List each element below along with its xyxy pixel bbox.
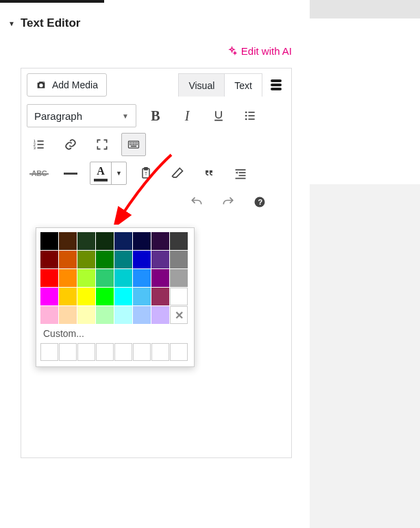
recent-colors-row (40, 343, 190, 361)
color-swatch[interactable] (170, 288, 188, 305)
ol-icon: 123 (32, 138, 46, 151)
color-swatch[interactable] (151, 269, 169, 287)
section-title: Text Editor (21, 16, 81, 30)
color-swatch[interactable] (114, 306, 132, 324)
color-swatch[interactable] (40, 251, 58, 268)
recent-color-slot[interactable] (114, 343, 132, 361)
color-swatch[interactable] (59, 306, 77, 324)
ai-link-label: Edit with AI (241, 45, 292, 57)
color-swatch[interactable] (59, 269, 77, 287)
custom-color-button[interactable]: Custom... (40, 324, 190, 343)
link-button[interactable] (58, 133, 83, 156)
bold-button[interactable]: B (143, 104, 168, 127)
tab-visual[interactable]: Visual (178, 73, 224, 97)
svg-rect-22 (135, 144, 136, 145)
paste-text-button[interactable]: T (134, 162, 158, 185)
svg-text:T: T (145, 171, 147, 176)
numbered-list-button[interactable]: 123 (27, 133, 51, 156)
recent-color-slot[interactable] (133, 343, 151, 361)
underline-button[interactable] (206, 104, 231, 127)
color-swatch[interactable] (114, 269, 132, 287)
recent-color-slot[interactable] (151, 343, 169, 361)
recent-color-slot[interactable] (77, 343, 95, 361)
color-swatch[interactable] (151, 251, 169, 268)
color-swatch[interactable] (59, 232, 77, 250)
color-swatch[interactable] (114, 251, 132, 268)
recent-color-slot[interactable] (59, 343, 77, 361)
color-swatch[interactable] (133, 288, 151, 305)
svg-point-2 (245, 115, 247, 117)
color-swatch[interactable] (40, 288, 58, 305)
color-swatch[interactable] (170, 251, 188, 268)
color-swatch[interactable] (77, 269, 95, 287)
svg-point-3 (245, 118, 247, 121)
database-icon-button[interactable] (267, 79, 286, 90)
color-swatch[interactable] (40, 269, 58, 287)
color-swatch[interactable] (77, 288, 95, 305)
fullscreen-button[interactable] (90, 133, 114, 156)
color-swatch[interactable] (77, 251, 95, 268)
color-swatch[interactable] (77, 306, 95, 324)
italic-button[interactable]: I (175, 104, 199, 127)
bulleted-list-button[interactable] (238, 104, 262, 127)
section-header[interactable]: ▼ Text Editor (0, 3, 310, 38)
toolbar-toggle-button[interactable] (121, 133, 146, 156)
help-button[interactable]: ? (247, 190, 272, 214)
color-swatch[interactable] (114, 232, 132, 250)
color-swatch[interactable] (77, 232, 95, 250)
color-swatch[interactable] (170, 232, 188, 250)
edit-with-ai-link[interactable]: Edit with AI (227, 45, 292, 57)
color-swatch[interactable] (133, 306, 151, 324)
svg-rect-11 (38, 144, 44, 145)
horizontal-rule-button[interactable] (58, 162, 83, 185)
strikethrough-button[interactable]: ABC (27, 162, 51, 185)
color-swatch[interactable] (96, 232, 114, 250)
format-select-label: Paragraph (34, 110, 82, 122)
color-swatch[interactable] (96, 306, 114, 324)
quote-icon (202, 166, 216, 180)
undo-button[interactable] (184, 190, 209, 214)
color-swatch[interactable] (40, 306, 58, 324)
text-color-button[interactable]: A ▼ (90, 162, 127, 185)
ul-icon (243, 109, 257, 123)
color-swatch[interactable] (96, 269, 114, 287)
color-swatch[interactable] (133, 232, 151, 250)
camera-icon (36, 79, 47, 90)
svg-rect-20 (132, 144, 133, 145)
svg-rect-5 (249, 115, 255, 116)
color-swatch[interactable] (133, 269, 151, 287)
color-swatch-grid: ✕ (40, 232, 190, 324)
color-swatch[interactable] (133, 251, 151, 268)
svg-rect-19 (129, 144, 131, 145)
color-swatch[interactable] (151, 288, 169, 305)
color-swatch[interactable] (96, 288, 114, 305)
clear-formatting-button[interactable] (165, 162, 190, 185)
color-swatch[interactable] (59, 251, 77, 268)
text-color-dropdown-arrow[interactable]: ▼ (111, 162, 126, 184)
recent-color-slot[interactable] (170, 343, 188, 361)
color-swatch[interactable] (96, 251, 114, 268)
expand-icon (95, 138, 109, 151)
color-swatch[interactable] (59, 288, 77, 305)
svg-point-1 (245, 112, 247, 114)
format-select[interactable]: Paragraph ▼ (27, 104, 136, 127)
outdent-button[interactable] (228, 162, 253, 185)
blockquote-button[interactable] (197, 162, 221, 185)
recent-color-slot[interactable] (96, 343, 114, 361)
color-swatch[interactable] (151, 306, 169, 324)
recent-color-slot[interactable] (40, 343, 58, 361)
eraser-icon (171, 166, 184, 180)
color-swatch[interactable] (170, 269, 188, 287)
add-media-button[interactable]: Add Media (27, 73, 107, 97)
svg-rect-31 (236, 178, 246, 179)
tab-text[interactable]: Text (224, 73, 262, 97)
svg-point-0 (40, 84, 42, 86)
color-swatch[interactable]: ✕ (170, 306, 188, 324)
right-gutter (310, 0, 420, 528)
svg-rect-14 (129, 142, 131, 144)
color-swatch[interactable] (114, 288, 132, 305)
color-swatch[interactable] (151, 232, 169, 250)
redo-button[interactable] (216, 190, 240, 214)
sparkle-icon (227, 46, 237, 56)
color-swatch[interactable] (40, 232, 58, 250)
